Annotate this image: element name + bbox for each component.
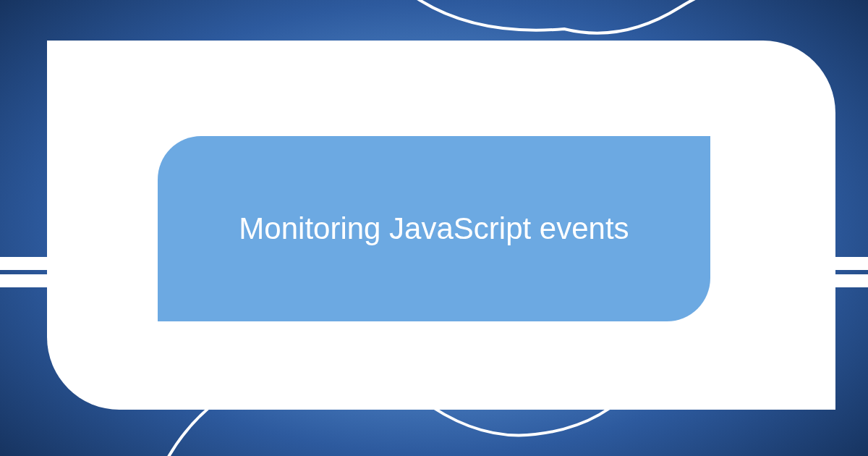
banner-container: Monitoring JavaScript events (0, 0, 868, 456)
inner-blue-card: Monitoring JavaScript events (158, 136, 710, 321)
banner-title: Monitoring JavaScript events (239, 211, 629, 246)
